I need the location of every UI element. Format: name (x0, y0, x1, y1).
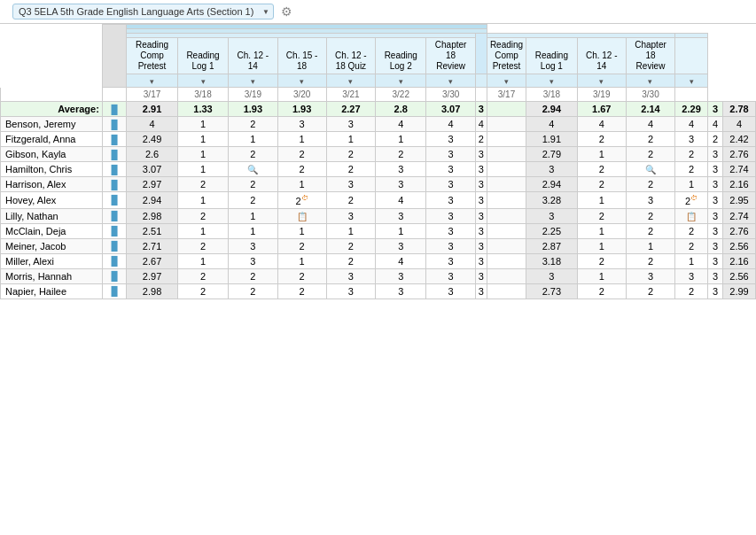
student-ela51-4[interactable]: 2 (376, 147, 426, 162)
dropdown-ela51-4[interactable]: ▾ (326, 74, 375, 88)
student-ela51-1[interactable]: 2 (229, 177, 277, 192)
student-ela51-0[interactable]: 1 (177, 253, 228, 268)
student-ela51-5[interactable]: 4 (426, 117, 475, 132)
student-ela51-0[interactable]: 1 (177, 132, 228, 147)
student-ela52-0[interactable]: 1 (577, 268, 626, 283)
student-ela52-2[interactable]: 2 (675, 162, 708, 177)
student-ela52-3[interactable]: 3 (708, 238, 723, 253)
student-ela52-1[interactable]: 4 (626, 117, 674, 132)
student-ela51-2[interactable]: 1 (277, 177, 326, 192)
student-ela51-3[interactable]: 3 (326, 177, 375, 192)
student-ela51-2[interactable]: 2 (277, 162, 326, 177)
student-chart-icon[interactable]: ▐▌ (102, 223, 126, 238)
student-ela52-0[interactable]: 2 (577, 253, 626, 268)
student-ela51-4[interactable]: 4 (376, 192, 426, 209)
student-ela51-1[interactable]: 3 (229, 238, 277, 253)
student-ela52-3[interactable]: 4 (708, 117, 723, 132)
student-chart-icon[interactable]: ▐▌ (102, 192, 126, 209)
student-ela51-4[interactable]: 3 (376, 283, 426, 299)
student-ela51-4[interactable]: 3 (376, 177, 426, 192)
dropdown-ela52-3[interactable]: ▾ (626, 74, 674, 88)
student-ela51-6[interactable]: 2 (475, 132, 487, 147)
student-ela52-3[interactable]: 3 (708, 147, 723, 162)
student-ela52-0[interactable]: 2 (577, 283, 626, 299)
student-ela51-1[interactable]: 2 (229, 147, 277, 162)
student-ela52-3[interactable]: 3 (708, 268, 723, 283)
student-ela51-5[interactable]: 3 (426, 253, 475, 268)
student-ela52-2[interactable]: 2 (675, 238, 708, 253)
student-chart-icon[interactable]: ▐▌ (102, 117, 126, 132)
student-ela51-6[interactable]: 3 (475, 283, 487, 299)
student-ela51-6[interactable]: 3 (475, 238, 487, 253)
student-ela52-1[interactable]: 2 (626, 283, 674, 299)
student-ela52-0[interactable]: 2 (577, 162, 626, 177)
student-ela52-0[interactable]: 1 (577, 192, 626, 209)
student-ela51-0[interactable]: 2 (177, 208, 228, 223)
student-ela51-3[interactable]: 3 (326, 208, 375, 223)
student-ela51-2[interactable]: 2 (277, 283, 326, 299)
student-ela51-4[interactable]: 3 (376, 162, 426, 177)
student-ela52-1[interactable]: 2 (626, 208, 674, 223)
student-ela52-2[interactable]: 3 (675, 132, 708, 147)
student-ela51-1[interactable]: 2 (229, 283, 277, 299)
student-ela51-2[interactable]: 3 (277, 117, 326, 132)
student-ela52-3[interactable]: 3 (708, 253, 723, 268)
student-ela51-5[interactable]: 3 (426, 223, 475, 238)
student-ela51-2[interactable]: 1 (277, 253, 326, 268)
student-ela52-1[interactable]: 3 (626, 268, 674, 283)
student-ela51-3[interactable]: 2 (326, 253, 375, 268)
dropdown-ela51-1[interactable]: ▾ (177, 74, 228, 88)
student-ela51-0[interactable]: 1 (177, 223, 228, 238)
student-ela52-3[interactable]: 2 (708, 132, 723, 147)
student-ela52-3[interactable]: 3 (708, 208, 723, 223)
student-ela51-1[interactable]: 1 (229, 208, 277, 223)
student-ela51-1[interactable]: 2 (229, 268, 277, 283)
student-ela51-5[interactable]: 3 (426, 238, 475, 253)
student-ela51-0[interactable]: 1 (177, 162, 228, 177)
student-ela51-0[interactable]: 2 (177, 238, 228, 253)
student-ela52-3[interactable]: 3 (708, 283, 723, 299)
dropdown-ela51-0[interactable]: ▾ (127, 74, 177, 88)
student-ela51-2[interactable]: 2⏱ (277, 192, 326, 209)
student-ela51-6[interactable]: 3 (475, 223, 487, 238)
student-ela52-2[interactable]: 2⏱ (675, 192, 708, 209)
student-chart-icon[interactable]: ▐▌ (102, 177, 126, 192)
student-ela51-4[interactable]: 4 (376, 117, 426, 132)
student-ela52-0[interactable]: 1 (577, 223, 626, 238)
student-ela51-2[interactable]: 2 (277, 238, 326, 253)
student-ela51-6[interactable]: 3 (475, 162, 487, 177)
student-chart-icon[interactable]: ▐▌ (102, 268, 126, 283)
student-ela51-0[interactable]: 2 (177, 283, 228, 299)
average-chart-icon[interactable]: ▐▌ (102, 102, 126, 117)
student-ela52-2[interactable]: 2 (675, 223, 708, 238)
student-ela52-0[interactable]: 1 (577, 238, 626, 253)
student-ela51-5[interactable]: 3 (426, 162, 475, 177)
student-ela51-3[interactable]: 2 (326, 238, 375, 253)
student-ela51-0[interactable]: 1 (177, 147, 228, 162)
student-chart-icon[interactable]: ▐▌ (102, 208, 126, 223)
student-ela51-1[interactable]: 2 (229, 192, 277, 209)
student-ela51-2[interactable]: 1 (277, 132, 326, 147)
student-ela51-4[interactable]: 3 (376, 268, 426, 283)
dropdown-ela51-2[interactable]: ▾ (229, 74, 277, 88)
student-ela51-6[interactable]: 3 (475, 177, 487, 192)
dropdown-ela52-overall[interactable]: ▾ (675, 74, 708, 88)
dropdown-ela51-6[interactable]: ▾ (426, 74, 475, 88)
student-ela52-3[interactable]: 3 (708, 223, 723, 238)
student-ela52-2[interactable]: 4 (675, 117, 708, 132)
student-ela51-6[interactable]: 3 (475, 147, 487, 162)
student-ela52-1[interactable]: 3 (626, 192, 674, 209)
student-ela51-4[interactable]: 1 (376, 132, 426, 147)
student-ela52-2[interactable]: 1 (675, 253, 708, 268)
student-ela52-0[interactable]: 2 (577, 208, 626, 223)
student-ela52-1[interactable]: 2 (626, 177, 674, 192)
student-ela51-4[interactable]: 1 (376, 223, 426, 238)
student-chart-icon[interactable]: ▐▌ (102, 283, 126, 299)
student-ela51-5[interactable]: 3 (426, 283, 475, 299)
dropdown-ela51-5[interactable]: ▾ (376, 74, 426, 88)
student-ela51-3[interactable]: 1 (326, 132, 375, 147)
student-ela51-6[interactable]: 4 (475, 117, 487, 132)
student-ela51-5[interactable]: 3 (426, 268, 475, 283)
student-ela51-1[interactable]: 🔍 (229, 162, 277, 177)
student-ela52-2[interactable]: 1 (675, 177, 708, 192)
